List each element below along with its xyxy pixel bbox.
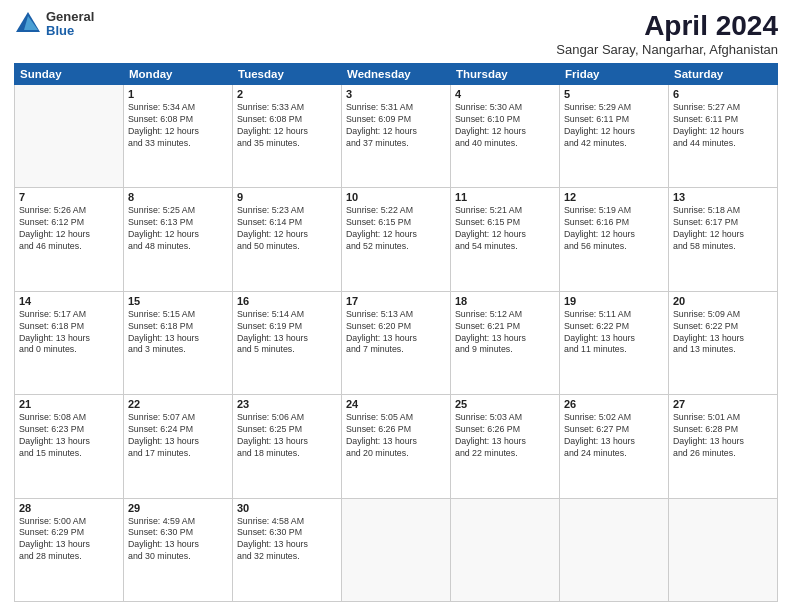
calendar-cell: 22Sunrise: 5:07 AM Sunset: 6:24 PM Dayli… xyxy=(124,395,233,498)
calendar-header: SundayMondayTuesdayWednesdayThursdayFrid… xyxy=(15,64,778,85)
day-info: Sunrise: 5:00 AM Sunset: 6:29 PM Dayligh… xyxy=(19,516,119,564)
calendar-week-0: 1Sunrise: 5:34 AM Sunset: 6:08 PM Daylig… xyxy=(15,85,778,188)
day-info: Sunrise: 5:09 AM Sunset: 6:22 PM Dayligh… xyxy=(673,309,773,357)
day-number: 6 xyxy=(673,88,773,100)
day-number: 20 xyxy=(673,295,773,307)
weekday-header-friday: Friday xyxy=(560,64,669,85)
title-block: April 2024 Sangar Saray, Nangarhar, Afgh… xyxy=(556,10,778,57)
day-info: Sunrise: 5:27 AM Sunset: 6:11 PM Dayligh… xyxy=(673,102,773,150)
calendar-cell: 3Sunrise: 5:31 AM Sunset: 6:09 PM Daylig… xyxy=(342,85,451,188)
day-number: 23 xyxy=(237,398,337,410)
weekday-header-wednesday: Wednesday xyxy=(342,64,451,85)
logo-text: General Blue xyxy=(46,10,94,39)
day-info: Sunrise: 5:22 AM Sunset: 6:15 PM Dayligh… xyxy=(346,205,446,253)
day-info: Sunrise: 5:23 AM Sunset: 6:14 PM Dayligh… xyxy=(237,205,337,253)
calendar-cell: 1Sunrise: 5:34 AM Sunset: 6:08 PM Daylig… xyxy=(124,85,233,188)
day-number: 7 xyxy=(19,191,119,203)
day-number: 26 xyxy=(564,398,664,410)
calendar-cell: 7Sunrise: 5:26 AM Sunset: 6:12 PM Daylig… xyxy=(15,188,124,291)
day-number: 5 xyxy=(564,88,664,100)
day-info: Sunrise: 4:59 AM Sunset: 6:30 PM Dayligh… xyxy=(128,516,228,564)
day-info: Sunrise: 5:05 AM Sunset: 6:26 PM Dayligh… xyxy=(346,412,446,460)
day-number: 13 xyxy=(673,191,773,203)
day-info: Sunrise: 5:13 AM Sunset: 6:20 PM Dayligh… xyxy=(346,309,446,357)
calendar-cell: 6Sunrise: 5:27 AM Sunset: 6:11 PM Daylig… xyxy=(669,85,778,188)
day-number: 3 xyxy=(346,88,446,100)
day-info: Sunrise: 5:18 AM Sunset: 6:17 PM Dayligh… xyxy=(673,205,773,253)
logo: General Blue xyxy=(14,10,94,39)
day-info: Sunrise: 5:12 AM Sunset: 6:21 PM Dayligh… xyxy=(455,309,555,357)
day-info: Sunrise: 5:02 AM Sunset: 6:27 PM Dayligh… xyxy=(564,412,664,460)
calendar-cell: 16Sunrise: 5:14 AM Sunset: 6:19 PM Dayli… xyxy=(233,291,342,394)
day-number: 4 xyxy=(455,88,555,100)
header: General Blue April 2024 Sangar Saray, Na… xyxy=(14,10,778,57)
calendar-cell: 17Sunrise: 5:13 AM Sunset: 6:20 PM Dayli… xyxy=(342,291,451,394)
day-number: 28 xyxy=(19,502,119,514)
day-number: 19 xyxy=(564,295,664,307)
day-number: 12 xyxy=(564,191,664,203)
calendar-cell xyxy=(560,498,669,601)
calendar-cell: 15Sunrise: 5:15 AM Sunset: 6:18 PM Dayli… xyxy=(124,291,233,394)
weekday-header-saturday: Saturday xyxy=(669,64,778,85)
calendar-cell: 19Sunrise: 5:11 AM Sunset: 6:22 PM Dayli… xyxy=(560,291,669,394)
day-number: 30 xyxy=(237,502,337,514)
day-number: 17 xyxy=(346,295,446,307)
logo-blue: Blue xyxy=(46,24,94,38)
day-info: Sunrise: 5:29 AM Sunset: 6:11 PM Dayligh… xyxy=(564,102,664,150)
day-info: Sunrise: 5:07 AM Sunset: 6:24 PM Dayligh… xyxy=(128,412,228,460)
calendar-cell: 8Sunrise: 5:25 AM Sunset: 6:13 PM Daylig… xyxy=(124,188,233,291)
day-info: Sunrise: 5:26 AM Sunset: 6:12 PM Dayligh… xyxy=(19,205,119,253)
day-info: Sunrise: 5:33 AM Sunset: 6:08 PM Dayligh… xyxy=(237,102,337,150)
day-info: Sunrise: 4:58 AM Sunset: 6:30 PM Dayligh… xyxy=(237,516,337,564)
day-info: Sunrise: 5:11 AM Sunset: 6:22 PM Dayligh… xyxy=(564,309,664,357)
day-number: 29 xyxy=(128,502,228,514)
calendar-cell: 12Sunrise: 5:19 AM Sunset: 6:16 PM Dayli… xyxy=(560,188,669,291)
calendar-cell: 23Sunrise: 5:06 AM Sunset: 6:25 PM Dayli… xyxy=(233,395,342,498)
calendar-cell: 4Sunrise: 5:30 AM Sunset: 6:10 PM Daylig… xyxy=(451,85,560,188)
calendar-cell: 18Sunrise: 5:12 AM Sunset: 6:21 PM Dayli… xyxy=(451,291,560,394)
calendar-cell: 24Sunrise: 5:05 AM Sunset: 6:26 PM Dayli… xyxy=(342,395,451,498)
calendar-cell: 26Sunrise: 5:02 AM Sunset: 6:27 PM Dayli… xyxy=(560,395,669,498)
calendar-cell: 5Sunrise: 5:29 AM Sunset: 6:11 PM Daylig… xyxy=(560,85,669,188)
weekday-header-monday: Monday xyxy=(124,64,233,85)
day-info: Sunrise: 5:31 AM Sunset: 6:09 PM Dayligh… xyxy=(346,102,446,150)
day-number: 11 xyxy=(455,191,555,203)
calendar-cell xyxy=(451,498,560,601)
day-number: 14 xyxy=(19,295,119,307)
weekday-row: SundayMondayTuesdayWednesdayThursdayFrid… xyxy=(15,64,778,85)
day-number: 25 xyxy=(455,398,555,410)
logo-icon xyxy=(14,10,42,38)
day-info: Sunrise: 5:15 AM Sunset: 6:18 PM Dayligh… xyxy=(128,309,228,357)
day-number: 1 xyxy=(128,88,228,100)
day-info: Sunrise: 5:21 AM Sunset: 6:15 PM Dayligh… xyxy=(455,205,555,253)
day-number: 21 xyxy=(19,398,119,410)
logo-general: General xyxy=(46,10,94,24)
day-info: Sunrise: 5:34 AM Sunset: 6:08 PM Dayligh… xyxy=(128,102,228,150)
calendar-body: 1Sunrise: 5:34 AM Sunset: 6:08 PM Daylig… xyxy=(15,85,778,602)
day-number: 10 xyxy=(346,191,446,203)
day-info: Sunrise: 5:14 AM Sunset: 6:19 PM Dayligh… xyxy=(237,309,337,357)
day-info: Sunrise: 5:01 AM Sunset: 6:28 PM Dayligh… xyxy=(673,412,773,460)
day-info: Sunrise: 5:06 AM Sunset: 6:25 PM Dayligh… xyxy=(237,412,337,460)
day-number: 15 xyxy=(128,295,228,307)
weekday-header-sunday: Sunday xyxy=(15,64,124,85)
calendar-cell: 20Sunrise: 5:09 AM Sunset: 6:22 PM Dayli… xyxy=(669,291,778,394)
calendar-cell: 30Sunrise: 4:58 AM Sunset: 6:30 PM Dayli… xyxy=(233,498,342,601)
calendar-cell: 29Sunrise: 4:59 AM Sunset: 6:30 PM Dayli… xyxy=(124,498,233,601)
day-info: Sunrise: 5:25 AM Sunset: 6:13 PM Dayligh… xyxy=(128,205,228,253)
calendar-cell: 13Sunrise: 5:18 AM Sunset: 6:17 PM Dayli… xyxy=(669,188,778,291)
calendar-cell: 2Sunrise: 5:33 AM Sunset: 6:08 PM Daylig… xyxy=(233,85,342,188)
day-number: 18 xyxy=(455,295,555,307)
day-number: 27 xyxy=(673,398,773,410)
calendar-cell: 9Sunrise: 5:23 AM Sunset: 6:14 PM Daylig… xyxy=(233,188,342,291)
calendar-cell: 14Sunrise: 5:17 AM Sunset: 6:18 PM Dayli… xyxy=(15,291,124,394)
calendar-cell: 21Sunrise: 5:08 AM Sunset: 6:23 PM Dayli… xyxy=(15,395,124,498)
day-number: 8 xyxy=(128,191,228,203)
calendar-week-2: 14Sunrise: 5:17 AM Sunset: 6:18 PM Dayli… xyxy=(15,291,778,394)
day-number: 2 xyxy=(237,88,337,100)
calendar-cell: 28Sunrise: 5:00 AM Sunset: 6:29 PM Dayli… xyxy=(15,498,124,601)
weekday-header-thursday: Thursday xyxy=(451,64,560,85)
calendar-cell xyxy=(669,498,778,601)
calendar-cell: 27Sunrise: 5:01 AM Sunset: 6:28 PM Dayli… xyxy=(669,395,778,498)
weekday-header-tuesday: Tuesday xyxy=(233,64,342,85)
